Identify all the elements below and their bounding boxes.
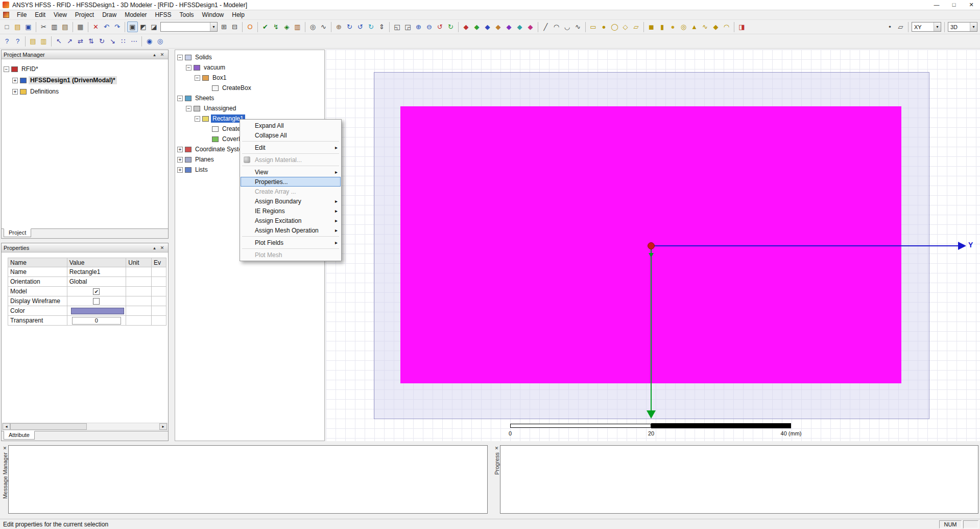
pin-icon[interactable]: ▴ — [151, 52, 158, 57]
context-menu-assign-boundary[interactable]: Assign Boundary▸ — [241, 196, 341, 206]
property-value[interactable]: ✔ — [67, 287, 127, 296]
column-header-ev[interactable]: Ev — [152, 258, 166, 267]
tree-item[interactable]: −Box1 — [175, 73, 324, 83]
expander-icon[interactable]: − — [195, 75, 200, 81]
mirror-tool-icon[interactable]: ⇄ — [75, 36, 86, 47]
far-field-icon[interactable]: ◆ — [514, 21, 525, 32]
color-swatch[interactable] — [71, 308, 125, 314]
context-menu-properties[interactable]: Properties... — [241, 177, 341, 187]
fit-all-icon[interactable]: ◱ — [392, 21, 402, 32]
save-icon[interactable]: ▣ — [23, 21, 34, 32]
tab-attribute[interactable]: Attribute — [4, 431, 35, 440]
tree-item[interactable]: −vacuum — [175, 62, 324, 73]
boolean-subtract-icon[interactable]: ◨ — [736, 21, 747, 32]
menu-window[interactable]: Window — [198, 10, 228, 20]
expander-icon[interactable]: + — [12, 89, 18, 95]
context-menu-ie-regions[interactable]: IE Regions▸ — [241, 206, 341, 216]
antenna-setup-icon[interactable]: ◆ — [525, 21, 536, 32]
context-menu-assign-mesh-operation[interactable]: Assign Mesh Operation▸ — [241, 225, 341, 235]
redo-icon[interactable]: ↷ — [112, 21, 123, 32]
fit-selection-icon[interactable]: ◲ — [402, 21, 413, 32]
expander-icon[interactable]: + — [12, 78, 18, 83]
analyze-all-icon[interactable]: ↯ — [271, 21, 281, 32]
column-header-name[interactable]: Name — [8, 258, 67, 267]
expander-icon[interactable]: − — [177, 96, 183, 101]
whats-this-icon[interactable]: ? — [12, 36, 23, 47]
context-menu-plot-fields[interactable]: Plot Fields▸ — [241, 238, 341, 247]
print-icon[interactable]: ▦ — [75, 21, 86, 32]
horizontal-scrollbar[interactable]: ◂ ▸ — [2, 423, 168, 430]
context-menu-expand-all[interactable]: Expand All — [241, 121, 341, 130]
align-tool-icon[interactable]: ⋯ — [129, 36, 139, 47]
field-plot-icon[interactable]: ◆ — [504, 21, 514, 32]
expander-icon[interactable]: − — [195, 116, 200, 122]
expander-icon[interactable]: + — [177, 157, 183, 163]
mesh-setup-icon[interactable]: ◆ — [482, 21, 493, 32]
modeler-viewport[interactable]: Y 0 20 40 (mm) — [326, 50, 980, 441]
select-face-icon[interactable]: ◩ — [138, 21, 149, 32]
property-value[interactable]: 0 — [67, 316, 127, 326]
property-value[interactable] — [67, 296, 127, 306]
expander-icon[interactable]: + — [177, 167, 183, 173]
validate-icon[interactable]: ✔ — [260, 21, 271, 32]
paste-icon[interactable]: ▤ — [60, 21, 70, 32]
window-cascade-icon[interactable]: ▤ — [28, 36, 38, 47]
select-edge-icon[interactable]: ◪ — [149, 21, 159, 32]
copy-icon[interactable]: ▥ — [49, 21, 60, 32]
menu-draw[interactable]: Draw — [98, 10, 121, 20]
view-undo-icon[interactable]: ↺ — [435, 21, 445, 32]
horizontal-splitter[interactable] — [0, 239, 170, 243]
open-icon[interactable]: ▤ — [12, 21, 23, 32]
draw-circle-icon[interactable]: ● — [599, 21, 609, 32]
tree-item[interactable]: +HFSSDesign1 (DrivenModal)* — [2, 75, 168, 86]
context-menu-edit[interactable]: Edit▸ — [241, 143, 341, 152]
dynamic-zoom-icon[interactable]: ⇕ — [376, 21, 387, 32]
draw-ellipse-icon[interactable]: ◯ — [609, 21, 620, 32]
column-header-value[interactable]: Value — [67, 258, 127, 267]
tree-item[interactable]: +Definitions — [2, 86, 168, 97]
pan-icon[interactable]: ⊕ — [333, 21, 344, 32]
subtract-icon[interactable]: ◎ — [155, 36, 165, 47]
draw-regular-polygon-icon[interactable]: ◇ — [620, 21, 631, 32]
ruler-icon[interactable]: ⊟ — [229, 21, 240, 32]
draw-spline-icon[interactable]: ∿ — [572, 21, 583, 32]
array-tool-icon[interactable]: ∷ — [118, 36, 129, 47]
draw-arc-center-icon[interactable]: ◠ — [551, 21, 562, 32]
view-redo-icon[interactable]: ↻ — [445, 21, 456, 32]
draw-point-icon[interactable]: • — [885, 21, 895, 32]
offset-tool-icon[interactable]: ⇅ — [86, 36, 97, 47]
new-icon[interactable]: □ — [2, 21, 12, 32]
checkbox-unchecked[interactable] — [93, 298, 100, 305]
menu-project[interactable]: Project — [71, 10, 98, 20]
draw-sweep-icon[interactable]: ▱ — [631, 21, 641, 32]
report-icon[interactable]: ∿ — [318, 21, 329, 32]
delete-icon[interactable]: ✕ — [90, 21, 101, 32]
property-value[interactable]: Global — [67, 277, 127, 287]
pin-icon[interactable]: ▴ — [151, 245, 158, 250]
menu-edit[interactable]: Edit — [31, 10, 50, 20]
context-menu-assign-excitation[interactable]: Assign Excitation▸ — [241, 216, 341, 225]
scrollbar-track[interactable] — [10, 423, 159, 430]
tree-item[interactable]: −RFID* — [2, 63, 168, 75]
expander-icon[interactable]: − — [186, 65, 192, 71]
value-box[interactable]: 0 — [72, 317, 121, 325]
minimize-button[interactable]: — — [928, 0, 945, 10]
menu-tools[interactable]: Tools — [176, 10, 198, 20]
mesh-refine-icon[interactable]: ◆ — [493, 21, 504, 32]
expander-icon[interactable]: + — [177, 147, 183, 152]
zoom-out-icon[interactable]: ⊖ — [424, 21, 435, 32]
menu-view[interactable]: View — [50, 10, 71, 20]
select-object-icon[interactable]: ▣ — [127, 21, 138, 32]
unite-icon[interactable]: ◉ — [144, 36, 155, 47]
scrollbar-thumb[interactable] — [10, 423, 87, 430]
chevron-down-icon[interactable]: ▾ — [934, 22, 941, 31]
open-region-icon[interactable]: O — [245, 21, 255, 32]
rotate-screen-icon[interactable]: ↻ — [366, 21, 376, 32]
expander-icon[interactable]: − — [4, 66, 9, 72]
zoom-in-icon[interactable]: ⊕ — [413, 21, 424, 32]
menu-help[interactable]: Help — [228, 10, 249, 20]
close-button[interactable]: ✕ — [963, 0, 980, 10]
menu-file[interactable]: File — [13, 10, 31, 20]
column-header-unit[interactable]: Unit — [126, 258, 152, 267]
scroll-left-icon[interactable]: ◂ — [3, 423, 10, 430]
